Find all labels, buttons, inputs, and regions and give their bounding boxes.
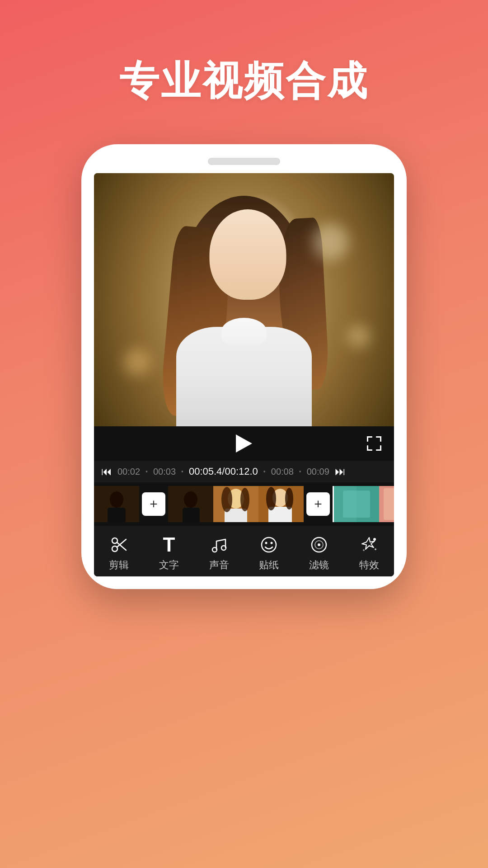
dot-3: • bbox=[263, 468, 266, 475]
clip-strip[interactable]: + bbox=[94, 482, 394, 526]
text-icon: T bbox=[163, 535, 175, 555]
svg-point-38 bbox=[271, 542, 273, 544]
tool-effect-label: 特效 bbox=[359, 558, 379, 572]
collar bbox=[221, 318, 267, 345]
scissors-icon bbox=[109, 535, 129, 555]
clip-thumb-1[interactable] bbox=[94, 486, 139, 522]
tool-sticker[interactable]: 贴纸 bbox=[246, 535, 291, 572]
thumb-4-image bbox=[258, 486, 304, 522]
svg-rect-5 bbox=[367, 445, 368, 451]
add-clip-btn-1[interactable]: + bbox=[142, 492, 165, 516]
play-button[interactable] bbox=[197, 434, 290, 453]
svg-rect-1 bbox=[367, 436, 368, 442]
svg-rect-28 bbox=[384, 488, 394, 520]
clip-thumb-5[interactable] bbox=[334, 486, 379, 522]
add-clip-btn-2[interactable]: + bbox=[306, 492, 330, 516]
play-icon bbox=[236, 434, 252, 453]
hero-title: 专业视频合成 bbox=[119, 54, 369, 108]
tool-filter-label: 滤镜 bbox=[309, 558, 329, 572]
svg-rect-26 bbox=[343, 491, 370, 518]
timeline-skip-end[interactable]: ⏭ bbox=[335, 465, 346, 478]
svg-point-12 bbox=[184, 491, 197, 508]
thumb-2-image bbox=[168, 486, 213, 522]
fullscreen-button[interactable] bbox=[365, 434, 383, 453]
svg-rect-3 bbox=[380, 436, 381, 442]
timeline-time-1: 00:02 bbox=[117, 467, 140, 477]
thumb-5-image bbox=[334, 486, 379, 522]
tool-text[interactable]: T 文字 bbox=[146, 535, 192, 572]
tool-filter[interactable]: 滤镜 bbox=[296, 535, 342, 572]
svg-point-36 bbox=[262, 538, 276, 552]
filter-icon bbox=[309, 535, 329, 555]
thumb-1-image bbox=[94, 486, 139, 522]
clip-thumb-2[interactable] bbox=[168, 486, 213, 522]
timeline-time-3: 00:08 bbox=[271, 467, 294, 477]
timeline-bar: ⏮ 00:02 • 00:03 • 00:05.4/00:12.0 • 00:0… bbox=[94, 461, 394, 482]
tool-cut[interactable]: 剪辑 bbox=[96, 535, 141, 572]
toolbar: 剪辑 T 文字 声音 bbox=[94, 526, 394, 576]
dot-1: • bbox=[145, 468, 148, 475]
svg-point-17 bbox=[221, 487, 232, 512]
timeline-current-time: 00:05.4/00:12.0 bbox=[189, 466, 258, 477]
tool-sticker-label: 贴纸 bbox=[259, 558, 279, 572]
tool-cut-label: 剪辑 bbox=[109, 558, 129, 572]
music-icon bbox=[209, 535, 229, 555]
dot-2: • bbox=[181, 468, 183, 475]
thumb-3-image bbox=[213, 486, 258, 522]
tool-audio[interactable]: 声音 bbox=[197, 535, 242, 572]
clip-thumb-4[interactable] bbox=[258, 486, 304, 522]
phone-speaker bbox=[208, 158, 280, 165]
svg-rect-7 bbox=[380, 445, 381, 451]
app-background: 专业视频合成 bbox=[0, 0, 488, 868]
bokeh-light-3 bbox=[124, 349, 151, 376]
svg-point-41 bbox=[318, 543, 320, 546]
dot-4: • bbox=[299, 468, 301, 475]
effect-icon bbox=[359, 535, 379, 555]
timeline-time-4: 00:09 bbox=[307, 467, 329, 477]
phone-outer: ⏮ 00:02 • 00:03 • 00:05.4/00:12.0 • 00:0… bbox=[81, 144, 407, 589]
player-controls-bar bbox=[94, 426, 394, 461]
phone-screen: ⏮ 00:02 • 00:03 • 00:05.4/00:12.0 • 00:0… bbox=[94, 173, 394, 576]
clip-thumb-3[interactable] bbox=[213, 486, 258, 522]
fullscreen-icon bbox=[365, 434, 383, 453]
svg-point-37 bbox=[265, 542, 267, 544]
face bbox=[210, 209, 286, 300]
tool-effect[interactable]: 特效 bbox=[347, 535, 392, 572]
clip-thumb-6[interactable] bbox=[379, 486, 394, 522]
svg-rect-13 bbox=[183, 508, 200, 522]
tool-audio-label: 声音 bbox=[209, 558, 229, 572]
svg-point-22 bbox=[266, 487, 276, 510]
thumb-6-image bbox=[379, 486, 394, 522]
phone-mockup: ⏮ 00:02 • 00:03 • 00:05.4/00:12.0 • 00:0… bbox=[81, 144, 407, 589]
svg-point-18 bbox=[240, 488, 249, 511]
timeline-skip-start[interactable]: ⏮ bbox=[101, 465, 112, 478]
timeline-time-2: 00:03 bbox=[153, 467, 176, 477]
bokeh-light-1 bbox=[313, 224, 349, 260]
video-preview[interactable] bbox=[94, 173, 394, 426]
svg-rect-10 bbox=[108, 508, 126, 522]
svg-point-43 bbox=[375, 548, 376, 550]
bokeh-light-2 bbox=[347, 325, 370, 348]
sticker-icon bbox=[259, 535, 279, 555]
svg-point-23 bbox=[285, 488, 293, 509]
tool-text-label: 文字 bbox=[159, 558, 179, 572]
svg-point-42 bbox=[373, 538, 376, 541]
portrait-figure bbox=[154, 191, 334, 426]
svg-point-9 bbox=[110, 491, 123, 508]
svg-point-44 bbox=[363, 549, 365, 551]
